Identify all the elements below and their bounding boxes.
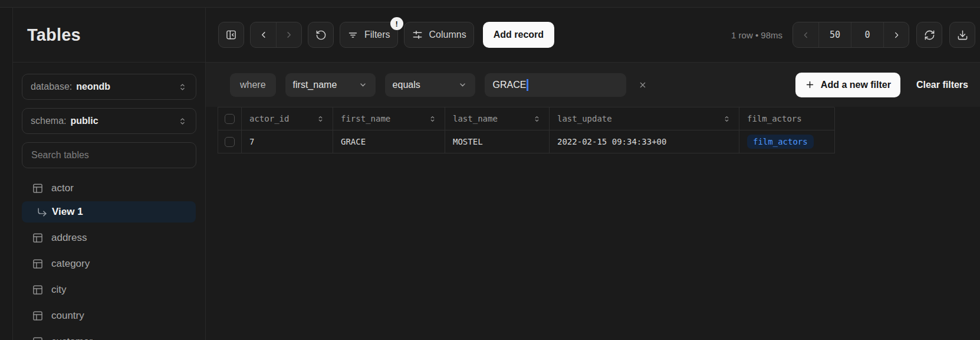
sidebar-item-address[interactable]: address <box>22 225 196 251</box>
sidebar-item-label: city <box>51 284 67 296</box>
column-header-last-update[interactable]: last_update <box>550 107 739 130</box>
chevrons-up-down-icon <box>177 82 188 92</box>
sidebar-item-label: country <box>51 310 84 322</box>
table-icon <box>32 336 44 340</box>
filter-field-select[interactable]: first_name <box>285 73 376 97</box>
main-panel: Filters ! Columns Add record 1 row • 98m… <box>206 8 980 340</box>
columns-button-label: Columns <box>429 30 466 40</box>
toolbar-right: 1 row • 98ms 50 0 <box>731 22 975 48</box>
corner-down-right-icon <box>37 207 48 218</box>
plus-icon <box>805 80 815 90</box>
cell-film-actors: film_actors <box>739 130 835 153</box>
chevron-left-icon <box>801 30 811 40</box>
sidebar-item-label: View 1 <box>52 206 83 218</box>
filters-alert-badge: ! <box>390 17 403 30</box>
history-button[interactable] <box>308 22 334 48</box>
columns-button[interactable]: Columns <box>404 22 474 48</box>
chevron-right-icon <box>892 30 902 40</box>
sidebar-item-label: customer <box>51 336 93 340</box>
sidebar-item-category[interactable]: category <box>22 251 196 277</box>
schema-select-value: public <box>70 116 177 126</box>
sidebar-item-label: address <box>51 232 87 244</box>
panel-left-icon <box>225 29 237 41</box>
database-select-label: database: <box>31 81 72 92</box>
sidebar-item-country[interactable]: country <box>22 303 196 329</box>
column-header-film-actors: film_actors <box>739 107 835 130</box>
sort-icon[interactable] <box>428 115 437 123</box>
sidebar-item-label: actor <box>51 182 74 194</box>
cell-last-update: 2022-02-15 09:34:33+00 <box>550 130 739 153</box>
column-header-label: film_actors <box>747 114 802 123</box>
refresh-icon <box>924 30 935 41</box>
column-header-last-name[interactable]: last_name <box>445 107 550 130</box>
filter-operator-value: equals <box>393 80 420 90</box>
chevron-left-icon <box>258 30 269 40</box>
app-root: Tables database: neondb schema: public <box>0 0 980 340</box>
add-filter-label: Add a new filter <box>821 80 891 90</box>
prev-page-button[interactable] <box>793 22 818 47</box>
select-all-checkbox[interactable] <box>225 114 235 124</box>
text-cursor <box>527 79 528 91</box>
chevrons-up-down-icon <box>177 116 188 126</box>
database-select[interactable]: database: neondb <box>22 74 196 100</box>
next-page-button[interactable] <box>883 22 909 47</box>
page-size-value[interactable]: 50 <box>818 22 851 47</box>
sidebar-item-customer[interactable]: customer <box>22 329 196 340</box>
chevron-right-icon <box>284 30 294 40</box>
clear-filters-button[interactable]: Clear filters <box>916 80 968 90</box>
sidebar-header: Tables <box>13 8 205 63</box>
filter-field-value: first_name <box>293 80 337 90</box>
grid-area: actor_id first_name last_name last_updat… <box>206 107 980 340</box>
sliders-icon <box>412 29 423 41</box>
filter-value-input[interactable]: GRACE <box>485 73 626 97</box>
add-record-button[interactable]: Add record <box>483 22 554 48</box>
schema-select-label: schema: <box>31 116 66 126</box>
column-header-label: last_update <box>557 114 612 123</box>
filter-operator-select[interactable]: equals <box>385 73 475 97</box>
chevron-down-icon <box>358 80 368 90</box>
sidebar-item-city[interactable]: city <box>22 277 196 303</box>
sort-icon[interactable] <box>722 115 731 123</box>
export-button[interactable] <box>949 22 975 48</box>
download-icon <box>957 30 968 41</box>
cell-first-name: GRACE <box>333 130 445 153</box>
table-icon <box>32 284 44 296</box>
sidebar-item-view-1[interactable]: View 1 <box>22 201 196 223</box>
schema-select[interactable]: schema: public <box>22 108 196 134</box>
cell-actor-id: 7 <box>242 130 333 153</box>
sort-icon[interactable] <box>316 115 325 123</box>
sidebar-body: database: neondb schema: public actor <box>13 63 205 340</box>
top-strip <box>0 0 980 8</box>
column-header-first-name[interactable]: first_name <box>333 107 445 130</box>
filters-button-label: Filters <box>364 30 390 40</box>
row-checkbox[interactable] <box>225 137 235 147</box>
filter-value-text: GRACE <box>493 80 527 90</box>
filter-bar: where first_name equals GRACE <box>206 63 980 107</box>
filters-button[interactable]: Filters ! <box>340 22 398 48</box>
sidebar: Tables database: neondb schema: public <box>13 8 206 340</box>
remove-filter-icon[interactable] <box>638 80 647 90</box>
refresh-button[interactable] <box>916 22 942 48</box>
column-header-label: actor_id <box>249 114 289 123</box>
forward-button[interactable] <box>276 22 301 47</box>
table-icon <box>32 182 44 194</box>
where-chip: where <box>230 73 276 97</box>
relation-badge[interactable]: film_actors <box>747 135 814 149</box>
pagination-group: 50 0 <box>792 22 909 48</box>
table-list: actor View 1 address category <box>22 175 196 340</box>
add-filter-button[interactable]: Add a new filter <box>795 73 900 97</box>
page-offset-value[interactable]: 0 <box>851 22 883 47</box>
back-button[interactable] <box>251 22 276 47</box>
history-nav-group <box>250 22 302 48</box>
filter-icon <box>347 30 359 41</box>
table-icon <box>32 310 44 322</box>
sidebar-item-actor[interactable]: actor <box>22 175 196 201</box>
sidebar-toggle-button[interactable] <box>218 22 244 48</box>
history-icon <box>315 30 327 41</box>
sort-icon[interactable] <box>532 115 541 123</box>
page-title: Tables <box>27 25 81 45</box>
column-header-actor-id[interactable]: actor_id <box>242 107 333 130</box>
filter-actions: Add a new filter Clear filters <box>795 73 968 97</box>
search-tables-input[interactable] <box>22 142 196 168</box>
toolbar: Filters ! Columns Add record 1 row • 98m… <box>206 8 980 63</box>
